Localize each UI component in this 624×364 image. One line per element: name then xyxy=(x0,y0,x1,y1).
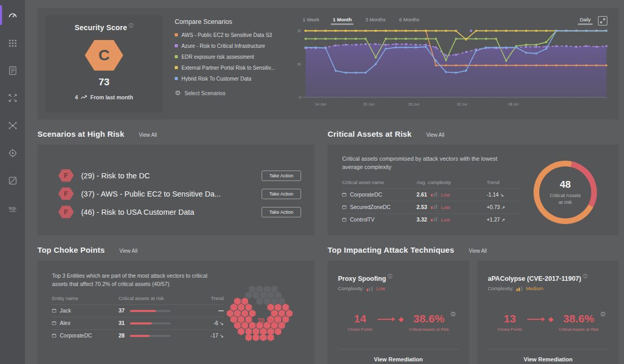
take-action-button[interactable]: Take Action xyxy=(262,189,301,199)
info-icon[interactable]: ⓘ xyxy=(128,23,133,28)
asset-name: SecuredZoneDC xyxy=(342,201,417,213)
legend-item[interactable]: AWS - Public EC2 to Sensitive Data S3 xyxy=(175,32,290,38)
arrow-right-icon xyxy=(378,319,393,320)
row-2: Scenarios at High Risk View All F(29) - … xyxy=(37,129,619,236)
scenario-line-chart[interactable]: 10050014 Jun20 Jun26 Jun02 Jul08 Jul xyxy=(297,27,610,112)
asset-col-header: Critical asset name xyxy=(342,178,417,189)
expand-chart-icon[interactable] xyxy=(598,16,607,25)
hex-cell-at-risk xyxy=(275,328,281,335)
legend-item[interactable]: Hybrid Risk To Customer Data xyxy=(175,76,290,82)
legend-item[interactable]: Azure - Risk to Critical Infrastructure xyxy=(175,43,290,49)
diamond-icon: ◆ xyxy=(398,315,404,323)
range-tab-1-week[interactable]: 1 Week xyxy=(303,17,319,25)
security-grade-badge: C xyxy=(85,38,123,72)
asset-complexity: 2.61Low xyxy=(417,188,487,201)
trend-value: 4 xyxy=(75,94,78,100)
gauge-ring: 48 Critical Assets at risk xyxy=(534,161,597,224)
grade-f-badge: F xyxy=(58,169,74,183)
info-icon[interactable]: ⓘ xyxy=(451,311,455,317)
gear-icon: ⚙ xyxy=(175,89,181,97)
technique-name: aPAColypse (CVE-2017-11907) xyxy=(488,275,581,282)
asset-name: CorporateDC xyxy=(342,188,417,201)
scenario-row[interactable]: F(37) - AWS - Public EC2 to Sensitive Da… xyxy=(58,187,301,201)
attack-technique-cards: Proxy SpoofingⓘComplexity:Low14Choke Poi… xyxy=(328,261,619,364)
hex-cell-safe xyxy=(249,285,256,293)
server-icon xyxy=(52,321,56,325)
hex-cell-at-risk xyxy=(234,309,241,317)
risk-bar xyxy=(130,310,171,312)
view-remediation-button[interactable]: View Remediation xyxy=(488,349,608,362)
choke-points-title: Top Choke Points xyxy=(37,245,105,254)
entity-name: Alex xyxy=(52,317,119,329)
asset-name: ControlTV xyxy=(342,213,417,226)
technique-complexity: Complexity:Medium xyxy=(488,285,608,291)
range-tab-1-month[interactable]: 1 Month xyxy=(333,17,352,25)
hex-cell-at-risk xyxy=(260,334,267,342)
sidebar-item-report[interactable] xyxy=(0,63,25,77)
security-score-value: 73 xyxy=(98,76,109,88)
select-scenarios-button[interactable]: ⚙ Select Scenarios xyxy=(175,89,290,97)
granularity-toggle[interactable]: Daily xyxy=(580,17,591,25)
hex-cell-at-risk xyxy=(278,309,285,317)
scenario-row[interactable]: F(46) - Risk to USA Customer DataTake Ac… xyxy=(58,205,301,219)
impact-percent: 38.6%ⓘ xyxy=(558,313,599,325)
attack-techniques-section: Top Impacting Attack Techniques View All… xyxy=(328,245,619,364)
hex-cell-safe xyxy=(271,285,278,293)
hex-cell-at-risk xyxy=(234,297,241,305)
sidebar-item-network[interactable] xyxy=(0,119,25,132)
legend-color-swatch xyxy=(175,44,178,47)
sidebar-item-gauge[interactable] xyxy=(0,8,25,22)
hex-cell-at-risk xyxy=(241,297,248,305)
target-icon xyxy=(7,148,18,159)
hex-cell-at-risk xyxy=(238,304,244,311)
complexity-bars-icon xyxy=(516,285,524,291)
choke-row: Jack37 — xyxy=(52,304,224,317)
sidebar-item-target[interactable] xyxy=(0,146,25,160)
svg-text:02 Jul: 02 Jul xyxy=(457,101,467,106)
sidebar-item-scenario-box[interactable] xyxy=(0,174,25,187)
entity-trend: -17 ↘ xyxy=(197,329,224,342)
choke-points-count: 14 xyxy=(348,313,373,325)
entity-trend: -6 ↘ xyxy=(197,317,224,329)
hex-cell-at-risk xyxy=(245,304,252,311)
hex-cell-safe xyxy=(275,292,281,300)
trend-up-icon xyxy=(81,95,88,100)
legend-item[interactable]: External Partner Portal Risk to Sensitiv… xyxy=(175,65,290,71)
sidebar-item-sql[interactable]: SQL xyxy=(0,201,25,215)
scenario-box-icon xyxy=(7,175,18,186)
overview-panel: Security Scoreⓘ C 73 4 From last month C… xyxy=(37,8,619,120)
info-icon[interactable]: ⓘ xyxy=(387,274,392,279)
info-icon[interactable]: ⓘ xyxy=(601,311,605,317)
svg-text:08 Jul: 08 Jul xyxy=(508,101,518,106)
choke-points-count: 13 xyxy=(498,313,523,325)
security-grade-letter: C xyxy=(98,46,110,64)
attack-technique-card: Proxy SpoofingⓘComplexity:Low14Choke Poi… xyxy=(328,261,469,364)
security-score-trend: 4 From last month xyxy=(75,94,133,100)
attack-techniques-view-all-link[interactable]: View All xyxy=(469,248,487,254)
hex-cell-at-risk xyxy=(278,322,285,330)
hex-cell-safe xyxy=(245,292,252,300)
entity-name: CorporateDC xyxy=(52,329,119,342)
technique-name: Proxy Spoofing xyxy=(338,275,386,282)
range-tab-3-months[interactable]: 3 Months xyxy=(365,17,385,25)
take-action-button[interactable]: Take Action xyxy=(262,207,301,217)
grade-f-badge: F xyxy=(58,205,74,219)
hex-cell-safe xyxy=(260,292,267,300)
take-action-button[interactable]: Take Action xyxy=(262,171,301,181)
svg-text:20 Jun: 20 Jun xyxy=(363,101,374,106)
view-remediation-button[interactable]: View Remediation xyxy=(338,349,459,362)
hex-cell-at-risk xyxy=(275,304,281,311)
hex-cell-safe xyxy=(278,297,285,305)
info-icon[interactable]: ⓘ xyxy=(583,274,588,279)
scenario-row[interactable]: F(29) - Risk to the DCTake Action xyxy=(58,169,301,183)
legend-item[interactable]: EDR exposure risk assessment xyxy=(175,54,290,60)
range-tab-6-months[interactable]: 6 Months xyxy=(399,17,420,25)
choke-points-view-all-link[interactable]: View All xyxy=(120,248,138,254)
legend-label: EDR exposure risk assessment xyxy=(181,54,254,60)
sidebar-item-expand-arrows[interactable] xyxy=(0,91,25,105)
sidebar-item-grid[interactable] xyxy=(0,36,25,49)
critical-assets-view-all-link[interactable]: View All xyxy=(426,132,445,138)
scenarios-view-all-link[interactable]: View All xyxy=(139,132,157,138)
entity-assets-at-risk: 28 xyxy=(119,329,197,342)
complexity-bars-icon xyxy=(431,204,438,210)
